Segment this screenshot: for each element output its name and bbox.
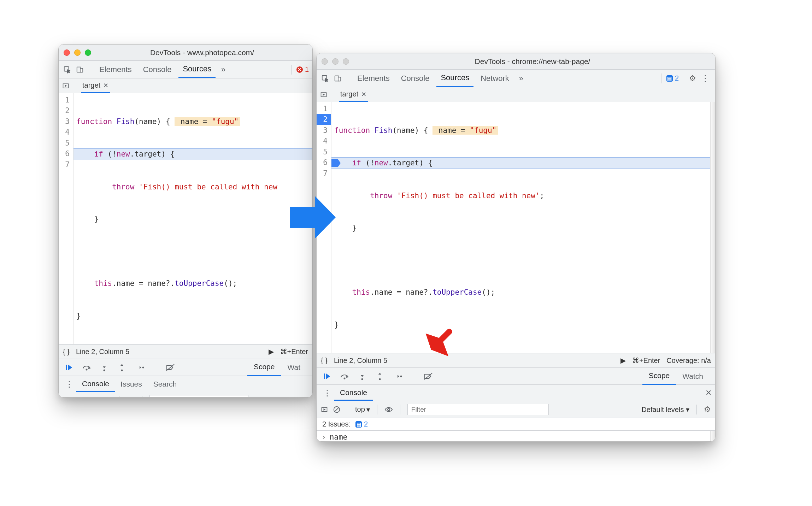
- info-icon: ▤: [355, 421, 362, 428]
- tab-console[interactable]: Console: [139, 61, 176, 78]
- info-icon: ▤: [666, 75, 673, 82]
- issues-bar[interactable]: 2 Issues: ▤2: [317, 418, 715, 431]
- tab-elements[interactable]: Elements: [95, 61, 136, 78]
- line-gutter: 1234567: [59, 93, 73, 344]
- file-tab-target[interactable]: target ✕: [81, 78, 110, 93]
- scrollbar[interactable]: [710, 431, 715, 442]
- error-count: 1: [305, 65, 309, 73]
- traffic-close-icon[interactable]: [322, 58, 328, 65]
- code-lines: function Fish(name) { name = "fugu" if (…: [331, 102, 715, 353]
- resume-icon[interactable]: [64, 363, 73, 372]
- clear-console-icon[interactable]: [333, 406, 341, 413]
- close-icon[interactable]: ✕: [361, 90, 366, 98]
- step-icon[interactable]: [135, 363, 144, 372]
- step-out-icon[interactable]: [375, 372, 384, 381]
- tab-scope[interactable]: Scope: [247, 359, 281, 376]
- step-over-icon[interactable]: [340, 372, 349, 381]
- file-tab-target[interactable]: target ✕: [339, 87, 368, 102]
- drawer-tab-console[interactable]: Console: [76, 376, 115, 392]
- sidebar-toggle-icon[interactable]: [63, 397, 70, 398]
- svg-point-18: [361, 378, 363, 380]
- tab-sources[interactable]: Sources: [178, 61, 216, 78]
- devtools-window-left: DevTools - www.photopea.com/ Elements Co…: [58, 44, 313, 398]
- error-badge[interactable]: ✕ 1: [296, 65, 309, 73]
- console-toolbar: top ▾ Defau: [59, 392, 312, 398]
- tab-sources[interactable]: Sources: [436, 70, 473, 87]
- toggle-navigator-icon[interactable]: [320, 91, 327, 98]
- traffic-close-icon[interactable]: [64, 49, 70, 56]
- svg-rect-2: [80, 68, 83, 72]
- divider: [291, 65, 292, 75]
- run-icon[interactable]: ▶: [620, 356, 626, 365]
- filter-input[interactable]: [149, 395, 248, 398]
- gear-icon[interactable]: ⚙: [704, 405, 711, 414]
- traffic-minimize-icon[interactable]: [74, 49, 81, 56]
- file-tabbar: target ✕: [317, 87, 715, 102]
- traffic-zoom-icon[interactable]: [343, 58, 349, 65]
- tab-watch[interactable]: Watch: [676, 368, 710, 385]
- code-editor[interactable]: 1234567 function Fish(name) { name = "fu…: [59, 93, 312, 344]
- close-drawer-icon[interactable]: ✕: [705, 388, 712, 398]
- sidebar-toggle-icon[interactable]: [321, 406, 328, 413]
- svg-rect-4: [66, 365, 67, 370]
- tab-watch[interactable]: Wat: [281, 359, 307, 376]
- step-icon[interactable]: [393, 372, 402, 381]
- device-toggle-icon[interactable]: [75, 65, 85, 75]
- svg-point-6: [104, 369, 105, 371]
- annotation-arrow-icon: [422, 327, 454, 359]
- more-tabs-icon[interactable]: »: [218, 65, 228, 75]
- inspect-icon[interactable]: [62, 65, 72, 75]
- more-icon[interactable]: ⋮: [62, 379, 76, 389]
- info-badge[interactable]: ▤2: [666, 74, 679, 82]
- drawer-tabbar: ⋮ Console Issues Search: [59, 376, 312, 392]
- drawer-tab-search[interactable]: Search: [148, 376, 183, 392]
- run-icon[interactable]: ▶: [269, 347, 274, 356]
- gear-icon[interactable]: ⚙: [689, 74, 696, 83]
- step-over-icon[interactable]: [82, 363, 91, 372]
- traffic-zoom-icon[interactable]: [85, 49, 91, 56]
- log-levels[interactable]: Default levels ▾: [641, 405, 689, 414]
- drawer-tab-console[interactable]: Console: [334, 385, 373, 401]
- inspect-icon[interactable]: [320, 73, 330, 83]
- debugger-toolbar: Scope Watch: [317, 368, 715, 385]
- tab-elements[interactable]: Elements: [353, 70, 394, 87]
- step-out-icon[interactable]: [117, 363, 126, 372]
- devtools-window-right: DevTools - chrome://new-tab-page/ Elemen…: [316, 53, 716, 442]
- log-levels[interactable]: Defau: [289, 396, 308, 398]
- traffic-minimize-icon[interactable]: [332, 58, 339, 65]
- drawer-tab-issues[interactable]: Issues: [115, 376, 148, 392]
- toggle-navigator-icon[interactable]: [62, 82, 69, 89]
- context-selector[interactable]: top ▾: [355, 405, 370, 414]
- pretty-print-icon[interactable]: { }: [63, 348, 70, 356]
- drawer-tabbar: ⋮ Console ✕: [317, 385, 715, 401]
- context-selector[interactable]: top ▾: [97, 396, 112, 398]
- svg-point-5: [86, 369, 88, 370]
- cursor-position: Line 2, Column 5: [76, 348, 129, 356]
- deactivate-breakpoints-icon[interactable]: [166, 363, 175, 372]
- resume-icon[interactable]: [322, 372, 331, 381]
- clear-console-icon[interactable]: [75, 397, 83, 398]
- scrollbar[interactable]: [710, 102, 715, 353]
- pretty-print-icon[interactable]: { }: [321, 357, 328, 365]
- filter-input[interactable]: [407, 404, 549, 415]
- more-tabs-icon[interactable]: »: [516, 73, 526, 83]
- console-toolbar: top ▾ Default levels ▾ ⚙: [317, 401, 715, 418]
- more-icon[interactable]: ⋮: [320, 388, 334, 398]
- live-expression-icon[interactable]: [384, 406, 393, 413]
- deactivate-breakpoints-icon[interactable]: [424, 372, 433, 381]
- kebab-icon[interactable]: ⋮: [699, 73, 712, 83]
- run-hint: ⌘+Enter: [632, 356, 660, 365]
- tab-network[interactable]: Network: [476, 70, 513, 87]
- run-hint: ⌘+Enter: [280, 347, 308, 356]
- file-tabbar: target ✕: [59, 78, 312, 93]
- code-editor[interactable]: 1234567 function Fish(name) { name = "fu…: [317, 102, 715, 353]
- close-icon[interactable]: ✕: [103, 82, 108, 89]
- tab-scope[interactable]: Scope: [642, 368, 676, 385]
- device-toggle-icon[interactable]: [333, 73, 343, 83]
- step-into-icon[interactable]: [100, 363, 109, 372]
- window-title: DevTools - chrome://new-tab-page/: [355, 57, 710, 66]
- step-into-icon[interactable]: [358, 372, 367, 381]
- file-tab-label: target: [340, 90, 358, 98]
- tab-console[interactable]: Console: [397, 70, 434, 87]
- editor-statusbar: { } Line 2, Column 5 ▶ ⌘+Enter: [59, 344, 312, 359]
